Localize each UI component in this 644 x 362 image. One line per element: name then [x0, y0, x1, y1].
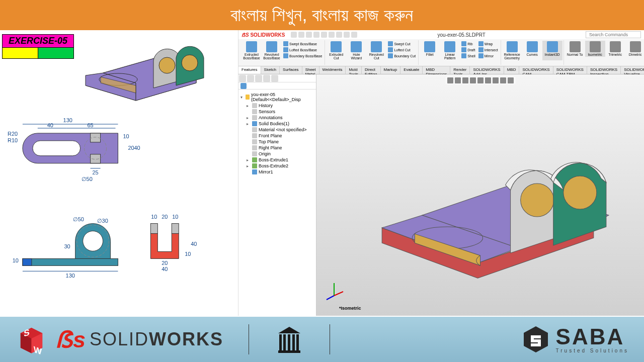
tab-markup[interactable]: Markup — [381, 66, 401, 74]
isometric-button[interactable]: Isometric — [585, 41, 605, 57]
footer-divider-2 — [330, 324, 330, 354]
svg-text:40: 40 — [47, 122, 53, 128]
revolved-cut-button[interactable]: Revolved Cut — [366, 41, 386, 60]
tab-features[interactable]: Features — [238, 66, 261, 74]
tree-boss1[interactable]: ▸Boss-Extrude1 — [247, 157, 314, 163]
fp-tab-property-icon[interactable] — [247, 75, 254, 82]
3d-viewport[interactable]: *Isometric — [316, 74, 644, 316]
revolved-boss-button[interactable]: Revolved Boss/Base — [262, 41, 282, 60]
dimetric-button[interactable]: Dimetric — [625, 41, 644, 57]
lofted-cut-button[interactable]: Lofted Cut — [386, 47, 417, 53]
svg-rect-51 — [296, 334, 299, 350]
swept-cut-button[interactable]: Swept Cut — [386, 41, 417, 47]
rib-button[interactable]: Rib — [460, 41, 477, 47]
swept-boss-button[interactable]: Swept Boss/Base — [282, 41, 324, 47]
ref-geometry-button[interactable]: Reference Geometry — [502, 41, 522, 60]
tree-history[interactable]: ▸History — [247, 103, 314, 109]
tab-moldtools[interactable]: Mold Tools — [346, 66, 362, 74]
lofted-boss-button[interactable]: Lofted Boss/Base — [282, 47, 324, 53]
fp-tab-config-icon[interactable] — [255, 75, 262, 82]
extruded-cut-button[interactable]: Extruded Cut — [326, 41, 346, 60]
iso-preview — [75, 35, 231, 111]
svg-text:∅30: ∅30 — [97, 218, 108, 224]
svg-text:130: 130 — [66, 273, 75, 279]
tree-origin[interactable]: Origin — [247, 151, 314, 157]
linear-pattern-button[interactable]: Linear Pattern — [440, 41, 460, 60]
wrap-button[interactable]: Wrap — [477, 41, 500, 47]
options-icon[interactable] — [351, 32, 357, 38]
fillet-button[interactable]: Fillet — [420, 41, 440, 60]
draft-button[interactable]: Draft — [460, 47, 477, 53]
hole-wizard-button[interactable]: Hole Wizard — [346, 41, 366, 60]
rebuild-icon[interactable] — [344, 32, 350, 38]
extruded-boss-button[interactable]: Extruded Boss/Base — [242, 41, 262, 60]
tab-rendertools[interactable]: Render Tools — [450, 66, 470, 74]
vp-rotate-icon[interactable] — [462, 77, 468, 83]
viewport-label: *Isometric — [339, 306, 361, 311]
boundary-cut-button[interactable]: Boundary Cut — [386, 53, 417, 59]
fp-tab-display-icon[interactable] — [271, 75, 278, 82]
boundary-boss-button[interactable]: Boundary Boss/Base — [282, 53, 324, 59]
tab-sketch[interactable]: Sketch — [261, 66, 280, 74]
exercise-panel: EXERCISE-05 — [0, 30, 238, 316]
vp-appear-icon[interactable] — [500, 77, 506, 83]
open-icon[interactable] — [298, 32, 304, 38]
saba-name: SABA — [556, 326, 629, 348]
mirror-button[interactable]: Mirror — [477, 53, 500, 59]
instant3d-button[interactable]: Instant3D — [542, 41, 562, 60]
vp-section-icon[interactable] — [477, 77, 484, 83]
filter-icon[interactable] — [240, 83, 247, 89]
print-icon[interactable] — [313, 32, 319, 38]
svg-rect-20 — [23, 258, 118, 265]
color-swatch-yellow — [2, 48, 38, 59]
tab-directediting[interactable]: Direct Editing — [362, 66, 380, 74]
svg-text:40: 40 — [191, 241, 197, 247]
vp-pan-icon[interactable] — [455, 77, 461, 83]
trimetric-button[interactable]: Trimetric — [605, 41, 625, 57]
tab-swcamtbm[interactable]: SOLIDWORKS CAM TBM — [553, 66, 587, 74]
tree-right-plane[interactable]: Right Plane — [247, 145, 314, 151]
vp-display-icon[interactable] — [485, 77, 491, 83]
tab-mbd[interactable]: MBD — [504, 66, 520, 74]
tree-top-plane[interactable]: Top Plane — [247, 139, 314, 145]
vp-zoom-icon[interactable] — [447, 77, 453, 83]
tab-addins[interactable]: SOLIDWORKS Add-Ins — [470, 66, 504, 74]
tree-sensors[interactable]: Sensors — [247, 109, 314, 115]
vp-hide-icon[interactable] — [508, 77, 514, 83]
tab-evaluate[interactable]: Evaluate — [400, 66, 423, 74]
shell-button[interactable]: Shell — [460, 53, 477, 59]
svg-point-1 — [159, 57, 175, 73]
svg-text:20: 20 — [162, 260, 168, 266]
intersect-button[interactable]: Intersect — [477, 47, 500, 53]
normal-to-button[interactable]: Normal To — [565, 41, 585, 57]
vp-fit-icon[interactable] — [470, 77, 476, 83]
tab-surfaces[interactable]: Surfaces — [280, 66, 302, 74]
search-commands-input[interactable] — [586, 31, 641, 38]
header-banner: বাংলায় শিখুন, বাংলায় কাজ করুন — [0, 0, 644, 30]
tree-annotations[interactable]: ▸Annotations — [247, 115, 314, 121]
tab-weldments[interactable]: Weldments — [319, 66, 346, 74]
tree-root[interactable]: ▾you-exer-05 (Default<<Default>_Disp — [240, 92, 314, 103]
tree-boss2[interactable]: ▸Boss-Extrude2 — [247, 163, 314, 169]
tree-material[interactable]: Material <not specified> — [247, 127, 314, 133]
redo-icon[interactable] — [329, 32, 335, 38]
vp-scene-icon[interactable] — [493, 77, 499, 83]
new-icon[interactable] — [291, 32, 297, 38]
undo-icon[interactable] — [321, 32, 327, 38]
tree-solidbodies[interactable]: ▸Solid Bodies(1) — [247, 121, 314, 127]
tab-swvis[interactable]: SOLIDWORKS Visualize — [621, 66, 644, 74]
curves-button[interactable]: Curves — [522, 41, 542, 60]
tab-mbddim[interactable]: MBD Dimensions — [423, 66, 450, 74]
tree-front-plane[interactable]: Front Plane — [247, 133, 314, 139]
svg-text:20: 20 — [128, 145, 134, 151]
save-icon[interactable] — [306, 32, 312, 38]
tab-sheetmetal[interactable]: Sheet Metal — [302, 66, 319, 74]
svg-text:R20: R20 — [8, 131, 18, 137]
tab-swinsp[interactable]: SOLIDWORKS Inspection — [587, 66, 621, 74]
fp-tab-dim-icon[interactable] — [263, 75, 270, 82]
tree-mirror1[interactable]: Mirror1 — [247, 169, 314, 175]
sw-cube-logo: S W — [15, 323, 48, 356]
select-icon[interactable] — [336, 32, 342, 38]
fp-tab-tree-icon[interactable] — [239, 75, 246, 82]
tab-swcam[interactable]: SOLIDWORKS CAM — [519, 66, 553, 74]
